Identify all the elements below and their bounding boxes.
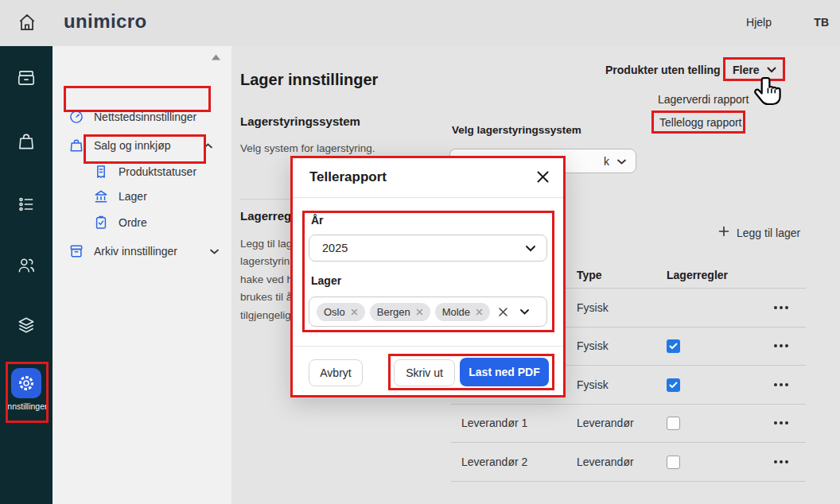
text-line: brukes til å xyxy=(240,289,293,306)
section-description-lagerregler: Legg til lag lagerstyrin hake ved h bruk… xyxy=(240,235,293,324)
clipboard-check-icon xyxy=(93,215,109,231)
archive-drawer-icon[interactable] xyxy=(16,68,37,88)
chevron-up-icon xyxy=(203,142,213,149)
chevron-down-icon xyxy=(519,308,530,316)
row-actions-ellipsis-icon[interactable] xyxy=(774,344,788,347)
modal-divider xyxy=(293,197,563,198)
list-icon[interactable] xyxy=(16,194,37,215)
cell-type: Fysisk xyxy=(577,301,609,314)
row-actions-ellipsis-icon[interactable] xyxy=(774,421,788,425)
row-actions-ellipsis-icon[interactable] xyxy=(774,383,788,386)
clear-selection-icon[interactable] xyxy=(498,307,508,317)
sidebar-item-label: Nettstedsinnstillinger xyxy=(94,110,196,123)
cell-name: Leverandør 1 xyxy=(461,417,527,429)
add-lager-label: Legg til lager xyxy=(737,227,800,239)
sidebar-item-produktstatuser[interactable]: Produktstatuser xyxy=(93,162,196,181)
text-line: lagerstyrin xyxy=(240,253,293,270)
brand-logo: unimicro xyxy=(64,10,147,33)
close-button[interactable] xyxy=(535,169,551,188)
cancel-button[interactable]: Avbryt xyxy=(309,359,363,386)
year-value: 2025 xyxy=(322,242,348,254)
chevron-down-icon xyxy=(525,242,536,254)
close-icon xyxy=(536,170,550,184)
menu-item-tellelogg-rapport[interactable]: Tellelogg rapport xyxy=(659,116,742,129)
cell-name: Leverandør 2 xyxy=(461,456,527,468)
row-actions-ellipsis-icon[interactable] xyxy=(774,460,788,463)
sidebar-item-label: Arkiv innstillinger xyxy=(94,245,177,258)
plus-icon xyxy=(718,226,729,239)
topbar: unimicro Hjelp TB xyxy=(0,0,840,46)
menu-item-lagerverdi-rapport[interactable]: Lagerverdi rapport xyxy=(658,93,749,106)
sidebar-item-label: Produktstatuser xyxy=(119,165,196,178)
download-pdf-button[interactable]: Last ned PDF xyxy=(460,358,549,386)
shopping-bag-icon xyxy=(68,138,84,153)
receipt-icon xyxy=(93,164,109,180)
text-line: tilgjengelig xyxy=(240,307,293,324)
archive-box-icon xyxy=(68,243,84,259)
sidebar-item-salg-og-innkjop[interactable]: Salg og innkjøp xyxy=(68,136,213,155)
bank-icon xyxy=(93,188,109,204)
lager-label: Lager xyxy=(311,274,341,287)
text-line: Legg til lag xyxy=(240,235,293,253)
select-label-lagerstyringssystem: Velg lagerstyringssystem xyxy=(452,124,581,136)
chip-label: Bergen xyxy=(377,306,410,318)
chip-remove-icon[interactable] xyxy=(416,308,423,316)
globe-icon xyxy=(68,109,84,125)
chevron-down-icon xyxy=(209,248,220,255)
gear-icon xyxy=(17,374,36,393)
cell-type: Fysisk xyxy=(577,378,609,391)
lagerregler-checkbox[interactable] xyxy=(667,417,680,430)
sidebar-item-label: Salg og innkjøp xyxy=(94,139,171,152)
chip-label: Oslo xyxy=(324,306,345,318)
table-row: Leverandør 1 Leverandør xyxy=(451,404,806,443)
row-actions-ellipsis-icon[interactable] xyxy=(774,306,788,309)
year-select[interactable]: 2025 xyxy=(309,235,547,262)
more-button[interactable]: Flere xyxy=(733,64,777,76)
page-title: Lager innstillinger xyxy=(240,71,378,89)
products-without-count-button[interactable]: Produkter uten telling xyxy=(605,64,721,76)
chip-remove-icon[interactable] xyxy=(476,308,483,316)
modal-footer-divider xyxy=(293,346,563,347)
users-icon[interactable] xyxy=(16,254,37,275)
add-lager-button[interactable]: Legg til lager xyxy=(718,226,800,239)
lagerregler-checkbox[interactable] xyxy=(667,378,680,392)
column-header-lagerregler: Lagerregler xyxy=(667,269,728,281)
layers-icon[interactable] xyxy=(16,315,37,335)
chevron-down-icon xyxy=(616,155,627,168)
lagerregler-checkbox[interactable] xyxy=(667,339,680,353)
section-divider xyxy=(240,199,290,200)
home-button[interactable] xyxy=(16,12,38,34)
chip-oslo: Oslo xyxy=(317,303,365,321)
help-link[interactable]: Hjelp xyxy=(746,16,772,29)
user-menu[interactable]: TB xyxy=(814,16,829,29)
sidebar-item-lager[interactable]: Lager xyxy=(93,187,147,206)
table-row: Leverandør 2 Leverandør xyxy=(451,443,806,482)
modal-title: Tellerapport xyxy=(309,169,387,185)
lager-multiselect[interactable]: Oslo Bergen Molde xyxy=(309,297,547,327)
select-value-fragment: k xyxy=(604,155,609,168)
icon-sidebar: Innstillinger xyxy=(0,46,52,504)
settings-label: Innstillinger xyxy=(5,401,47,411)
sidebar-item-ordre[interactable]: Ordre xyxy=(93,213,147,232)
chip-label: Molde xyxy=(442,306,470,318)
chip-remove-icon[interactable] xyxy=(351,308,358,316)
print-button[interactable]: Skriv ut xyxy=(394,359,455,386)
more-button-label: Flere xyxy=(733,64,759,76)
column-header-type: Type xyxy=(577,269,602,281)
sidebar-item-nettstedsinnstillinger[interactable]: Nettstedsinnstillinger xyxy=(68,107,196,126)
tellerapport-modal: Tellerapport År 2025 Lager Oslo Bergen M… xyxy=(290,156,566,397)
cell-type: Leverandør xyxy=(577,417,634,429)
chevron-down-icon xyxy=(766,64,777,76)
cell-type: Fysisk xyxy=(577,339,609,352)
settings-nav-panel: Nettstedsinnstillinger Salg og innkjøp P… xyxy=(52,46,231,504)
year-label: År xyxy=(311,214,324,227)
cell-type: Leverandør xyxy=(577,456,634,468)
cursor-hand-icon xyxy=(752,75,786,113)
shopping-bag-icon[interactable] xyxy=(16,131,37,152)
settings-button[interactable] xyxy=(11,368,41,398)
chip-molde: Molde xyxy=(435,303,490,321)
chip-bergen: Bergen xyxy=(370,303,430,321)
collapse-triangle-icon[interactable] xyxy=(211,50,221,64)
sidebar-item-arkiv-innstillinger[interactable]: Arkiv innstillinger xyxy=(68,242,220,261)
lagerregler-checkbox[interactable] xyxy=(667,456,680,469)
